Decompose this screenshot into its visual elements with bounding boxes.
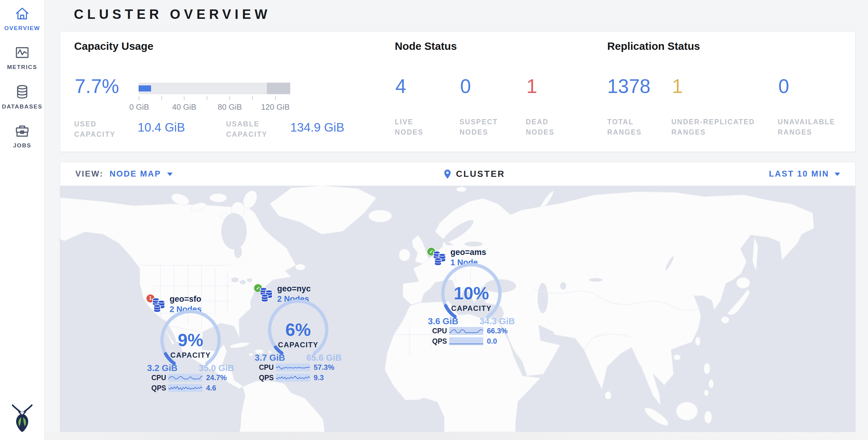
qps-value: 9.3 — [314, 373, 324, 382]
axis-tick — [138, 96, 139, 100]
axis-tick — [252, 96, 253, 100]
total-capacity: 35.0 GiB — [199, 363, 234, 373]
capacity-label: CAPACITY — [262, 341, 335, 349]
live-nodes-label: LIVE NODES — [395, 117, 440, 137]
unavailable-ranges-count: 0 — [778, 76, 789, 96]
locality-label: geo=sfo — [169, 294, 201, 304]
qps-value: 0.0 — [487, 337, 497, 345]
sidebar-item-label: OVERVIEW — [0, 25, 44, 32]
axis-tick-label: 0 GiB — [129, 102, 149, 112]
axis-tick — [229, 96, 230, 100]
capacity-bar-reserved — [267, 83, 290, 94]
locality-label: geo=nyc — [277, 284, 311, 293]
cpu-sparkline — [449, 327, 483, 335]
node-map-card: VIEW: NODE MAP CLUSTER LAST 10 MIN — [60, 162, 856, 432]
home-icon — [15, 7, 29, 21]
axis-tick — [207, 96, 207, 100]
under-replicated-count: 1 — [672, 76, 683, 96]
cluster-summary-card: Capacity Usage 7.7% 0 GiB 40 GiB 80 GiB … — [60, 31, 856, 152]
unavailable-ranges-label: UNAVAILABLE RANGES — [778, 117, 845, 137]
map-toolbar: VIEW: NODE MAP CLUSTER LAST 10 MIN — [60, 162, 855, 186]
capacity-percent: 10% — [435, 283, 508, 303]
qps-sparkline — [168, 384, 203, 392]
capacity-percent: 9% — [154, 330, 227, 350]
qps-sparkline — [449, 337, 483, 345]
map-node-nyc[interactable]: ✓ geo=nyc 2 Nodes 6% CAPACITY 3.7 GiB 65… — [251, 284, 345, 386]
used-capacity: 3.6 GiB — [428, 316, 458, 326]
qps-sparkline — [276, 374, 310, 382]
databases-icon — [15, 85, 29, 99]
capacity-bar-fill — [138, 85, 151, 91]
under-replicated-label: UNDER-REPLICATED RANGES — [671, 117, 769, 137]
qps-label: QPS — [151, 384, 168, 392]
qps-label: QPS — [259, 374, 276, 382]
node-status-title: Node Status — [395, 40, 457, 52]
cpu-sparkline — [168, 374, 203, 382]
cpu-value: 66.3% — [487, 327, 507, 335]
locality-label: geo=ams — [451, 248, 486, 257]
view-label: VIEW: — [75, 169, 104, 179]
capacity-bar — [138, 83, 290, 94]
dead-nodes-count: 1 — [526, 76, 537, 96]
jobs-icon — [14, 124, 30, 138]
usable-capacity-label: USABLE CAPACITY — [226, 119, 284, 139]
cluster-breadcrumb-label: CLUSTER — [456, 169, 505, 179]
capacity-percent: 6% — [262, 319, 335, 340]
cpu-label: CPU — [432, 327, 449, 335]
suspect-nodes-count: 0 — [460, 76, 471, 96]
usable-capacity-value: 134.9 GiB — [290, 121, 344, 134]
view-selector[interactable]: VIEW: NODE MAP — [75, 169, 173, 179]
total-capacity: 65.6 GiB — [306, 353, 342, 363]
total-ranges-count: 1378 — [607, 76, 650, 96]
cpu-sparkline — [276, 364, 310, 371]
cpu-label: CPU — [259, 364, 276, 372]
sidebar-item-overview[interactable]: OVERVIEW — [0, 7, 44, 32]
world-map: 1 geo=sfo 2 Nodes 9% CAPACITY 3.2 GiB 35… — [60, 186, 856, 432]
live-nodes-count: 4 — [395, 76, 406, 96]
sidebar-item-label: JOBS — [0, 142, 44, 149]
map-node-ams[interactable]: ✓ geo=ams 1 Node 10% CAPACITY 3.6 GiB 34… — [424, 247, 519, 349]
capacity-label: CAPACITY — [154, 351, 227, 359]
map-node-sfo[interactable]: 1 geo=sfo 2 Nodes 9% CAPACITY 3.2 GiB 35… — [144, 294, 238, 396]
axis-tick-label: 80 GiB — [218, 102, 242, 112]
time-range-selector[interactable]: LAST 10 MIN — [769, 169, 840, 179]
used-capacity-value: 10.4 GiB — [138, 121, 185, 134]
qps-label: QPS — [432, 337, 449, 345]
sidebar-item-databases[interactable]: DATABASES — [0, 85, 44, 110]
page-title: CLUSTER OVERVIEW — [74, 7, 271, 22]
total-ranges-label: TOTAL RANGES — [607, 117, 656, 137]
capacity-label: CAPACITY — [435, 304, 508, 313]
sidebar: OVERVIEW METRICS DATABASES — [0, 0, 45, 440]
axis-tick-label: 120 GiB — [261, 102, 290, 112]
time-range-value: LAST 10 MIN — [769, 169, 829, 179]
capacity-usage-title: Capacity Usage — [74, 40, 153, 52]
replication-status-title: Replication Status — [607, 40, 700, 52]
sidebar-item-label: METRICS — [0, 64, 44, 70]
main-content: CLUSTER OVERVIEW Capacity Usage 7.7% 0 G… — [45, 0, 868, 440]
chevron-down-icon — [167, 172, 173, 176]
axis-tick-label: 40 GiB — [172, 102, 196, 112]
sidebar-item-label: DATABASES — [0, 103, 44, 110]
cpu-value: 57.3% — [314, 363, 334, 372]
total-capacity: 34.3 GiB — [479, 316, 515, 326]
chevron-down-icon — [835, 172, 840, 176]
view-value: NODE MAP — [110, 169, 161, 179]
breadcrumb-cluster[interactable]: CLUSTER — [444, 169, 505, 179]
cockroachdb-admin-ui: OVERVIEW METRICS DATABASES — [0, 0, 868, 440]
used-capacity: 3.7 GiB — [255, 353, 285, 363]
location-pin-icon — [444, 169, 451, 179]
qps-value: 4.6 — [206, 384, 216, 392]
dead-nodes-label: DEAD NODES — [526, 117, 571, 137]
metrics-icon — [15, 45, 29, 60]
used-capacity-label: USED CAPACITY — [74, 119, 132, 139]
axis-tick — [184, 96, 184, 100]
sidebar-item-jobs[interactable]: JOBS — [0, 124, 44, 149]
cpu-label: CPU — [151, 374, 168, 382]
axis-tick — [275, 96, 276, 100]
horizontal-scroll-hint[interactable] — [45, 432, 868, 440]
cockroachdb-logo — [10, 404, 34, 433]
sidebar-item-metrics[interactable]: METRICS — [0, 45, 44, 70]
cpu-value: 24.7% — [206, 373, 227, 382]
used-capacity: 3.2 GiB — [147, 363, 178, 373]
suspect-nodes-label: SUSPECT NODES — [460, 117, 511, 137]
